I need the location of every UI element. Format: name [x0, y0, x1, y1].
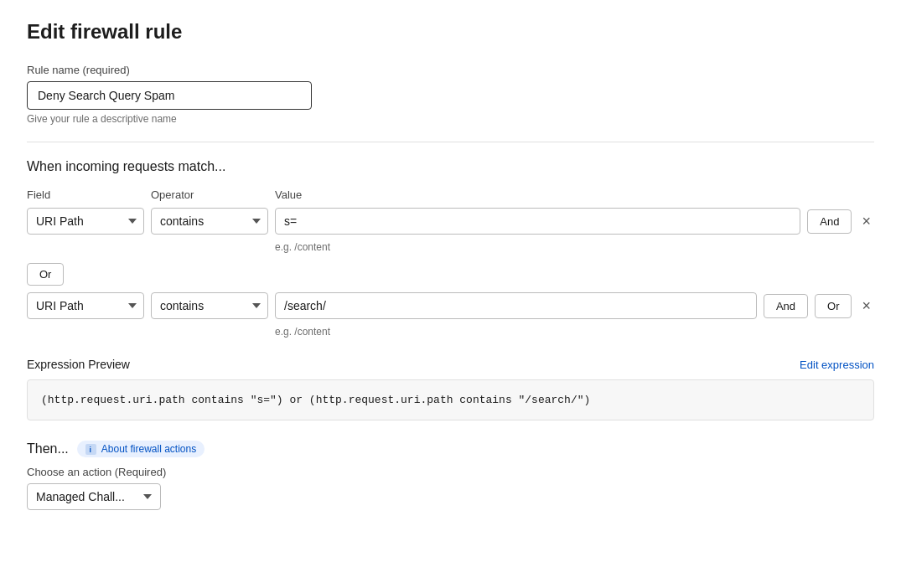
operator-select-1[interactable]: contains equals matches starts with ends… — [151, 208, 268, 235]
condition-row-2: URI Path URI Full Hostname IP Source Add… — [27, 292, 874, 319]
action-select[interactable]: Managed Chall... Block Allow Log Bypass … — [27, 483, 161, 510]
value-hint-2: e.g. /content — [275, 326, 874, 338]
remove-button-2[interactable]: × — [858, 298, 874, 313]
svg-text:i: i — [90, 446, 92, 454]
then-section: Then... i About firewall actions Choose … — [27, 441, 874, 510]
or-connector: Or — [27, 263, 874, 286]
or-add-button[interactable]: Or — [27, 263, 64, 286]
condition-row-1: URI Path URI Full Hostname IP Source Add… — [27, 208, 874, 235]
value-hint-1: e.g. /content — [275, 241, 874, 253]
rule-name-group: Rule name (required) Give your rule a de… — [27, 64, 874, 125]
edit-expression-link[interactable]: Edit expression — [800, 358, 874, 371]
choose-action-label: Choose an action (Required) — [27, 466, 874, 478]
conditions-title: When incoming requests match... — [27, 159, 874, 174]
expression-preview-title: Expression Preview — [27, 358, 130, 371]
expression-preview-header: Expression Preview Edit expression — [27, 358, 874, 371]
then-label: Then... — [27, 441, 69, 456]
rule-name-input[interactable] — [27, 81, 312, 110]
field-select-1[interactable]: URI Path URI Full Hostname IP Source Add… — [27, 208, 144, 235]
and-button-1[interactable]: And — [807, 209, 852, 234]
info-icon: i — [85, 443, 97, 455]
value-input-2[interactable] — [275, 292, 757, 319]
section-divider — [27, 142, 874, 142]
about-firewall-actions-link[interactable]: i About firewall actions — [77, 441, 205, 457]
or-button-2[interactable]: Or — [815, 294, 852, 318]
and-button-2[interactable]: And — [764, 294, 808, 318]
value-header: Value — [275, 188, 302, 201]
expression-box: (http.request.uri.path contains "s=") or… — [27, 379, 874, 420]
conditions-section: When incoming requests match... Field Op… — [27, 159, 874, 338]
condition-row-2-wrapper: URI Path URI Full Hostname IP Source Add… — [27, 292, 874, 338]
field-select-2[interactable]: URI Path URI Full Hostname IP Source Add… — [27, 292, 144, 319]
then-header: Then... i About firewall actions — [27, 441, 874, 457]
about-link-text: About firewall actions — [101, 443, 196, 455]
condition-row-1-wrapper: URI Path URI Full Hostname IP Source Add… — [27, 208, 874, 253]
operator-select-2[interactable]: contains equals matches starts with ends… — [151, 292, 268, 319]
condition-headers: Field Operator Value — [27, 188, 874, 201]
remove-button-1[interactable]: × — [858, 214, 874, 229]
expression-preview-section: Expression Preview Edit expression (http… — [27, 358, 874, 420]
field-header: Field — [27, 188, 50, 201]
page-title: Edit firewall rule — [27, 20, 874, 44]
action-select-wrapper: Managed Chall... Block Allow Log Bypass … — [27, 483, 161, 510]
operator-header: Operator — [151, 188, 194, 201]
rule-name-label: Rule name (required) — [27, 64, 874, 76]
value-input-1[interactable] — [275, 208, 800, 235]
rule-name-hint: Give your rule a descriptive name — [27, 113, 874, 125]
